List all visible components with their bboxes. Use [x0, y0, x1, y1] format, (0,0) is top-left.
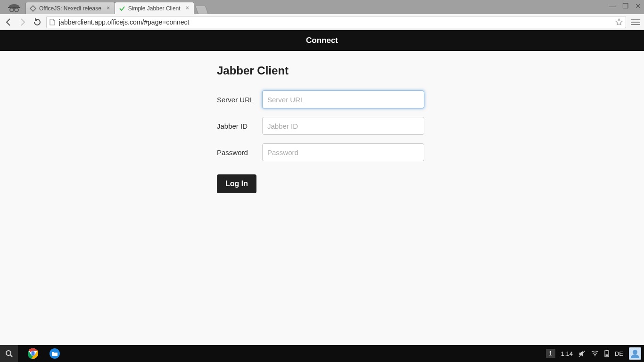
connect-form: Jabber Client Server URL Jabber ID Passw… [0, 51, 644, 193]
form-row-server-url: Server URL [217, 90, 644, 108]
jabber-id-label: Jabber ID [217, 122, 262, 130]
new-tab-button[interactable] [195, 6, 208, 14]
server-url-input[interactable] [262, 90, 424, 108]
svg-point-10 [32, 352, 35, 355]
reload-button[interactable] [32, 17, 41, 27]
page-title: Jabber Client [217, 64, 644, 77]
address-bar[interactable] [46, 16, 626, 28]
tab-officejs[interactable]: OfficeJS: Nexedi release × [25, 2, 115, 14]
svg-rect-15 [606, 350, 608, 351]
svg-point-5 [6, 351, 11, 355]
page-icon [50, 19, 56, 25]
form-row-jabber-id: Jabber ID [217, 117, 644, 135]
user-avatar-icon[interactable] [629, 347, 641, 360]
url-input[interactable] [59, 18, 612, 26]
taskbar-search-button[interactable] [0, 345, 18, 362]
sound-muted-icon[interactable] [578, 350, 586, 357]
password-input[interactable] [262, 143, 424, 161]
browser-toolbar [0, 14, 644, 30]
files-launcher-icon[interactable] [48, 347, 61, 360]
notification-badge[interactable]: 1 [546, 349, 555, 358]
page-viewport: Connect Jabber Client Server URL Jabber … [0, 30, 644, 345]
incognito-icon [3, 2, 25, 14]
tab-jabber-client[interactable]: Simple Jabber Client × [115, 2, 194, 14]
wifi-icon[interactable] [591, 351, 599, 356]
window-controls: — ❐ ✕ [609, 2, 641, 10]
close-window-icon[interactable]: ✕ [635, 2, 641, 10]
chrome-launcher-icon[interactable] [26, 347, 40, 360]
app-header-title: Connect [306, 36, 338, 45]
server-url-label: Server URL [217, 96, 262, 104]
favicon-icon [30, 5, 36, 12]
battery-icon[interactable] [604, 350, 609, 357]
system-taskbar: 1 1:14 DE [0, 345, 644, 362]
close-icon[interactable]: × [184, 5, 191, 11]
login-button[interactable]: Log In [217, 174, 256, 193]
back-button[interactable] [4, 17, 13, 27]
checkmark-icon [119, 5, 125, 12]
svg-rect-16 [605, 354, 608, 356]
bookmark-star-icon[interactable] [615, 18, 623, 26]
svg-point-13 [594, 355, 595, 356]
maximize-icon[interactable]: ❐ [622, 2, 628, 10]
app-header: Connect [0, 30, 644, 51]
close-icon[interactable]: × [105, 5, 112, 11]
forward-button[interactable] [18, 17, 27, 27]
jabber-id-input[interactable] [262, 117, 424, 135]
taskbar-clock[interactable]: 1:14 [561, 350, 573, 357]
tab-strip: OfficeJS: Nexedi release × Simple Jabber… [25, 1, 207, 14]
svg-line-6 [10, 355, 12, 357]
form-row-password: Password [217, 143, 644, 161]
password-label: Password [217, 148, 262, 156]
browser-menu-button[interactable] [631, 17, 640, 27]
svg-rect-1 [8, 7, 20, 8]
tab-label: OfficeJS: Nexedi release [39, 5, 101, 12]
tab-label: Simple Jabber Client [128, 5, 181, 12]
window-titlebar: OfficeJS: Nexedi release × Simple Jabber… [0, 0, 644, 14]
minimize-icon[interactable]: — [609, 2, 616, 10]
keyboard-layout-indicator[interactable]: DE [615, 350, 623, 357]
